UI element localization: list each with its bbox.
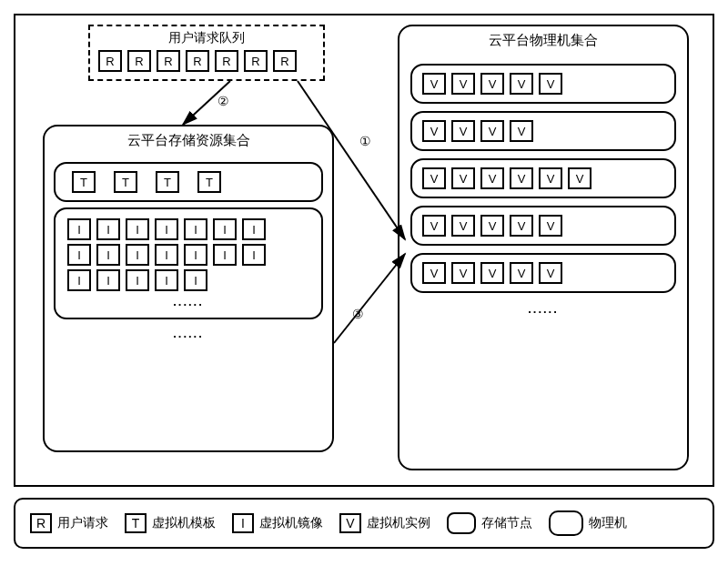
cell: I — [155, 269, 178, 291]
physical-rows: VVVVVVVVVVVVVVVVVVVVVVVVV — [399, 64, 687, 293]
cell: I — [184, 218, 207, 240]
cell: R — [98, 50, 122, 72]
cell: I — [67, 244, 91, 266]
cell: T — [197, 171, 221, 193]
svg-line-2 — [334, 254, 405, 343]
legend-physical-machine: 物理机 — [549, 510, 627, 536]
cell: I — [184, 244, 207, 266]
cell: V — [422, 73, 446, 95]
cell: I — [184, 269, 207, 291]
cell: I — [67, 218, 91, 240]
legend-storage-node-text: 存储节点 — [481, 515, 532, 531]
cell: I — [126, 269, 149, 291]
cell: V — [510, 262, 533, 284]
storage-panel-dots: ...... — [45, 325, 332, 342]
physical-panel-title: 云平台物理机集合 — [399, 26, 687, 56]
cell: T — [114, 171, 137, 193]
legend-physical-machine-text: 物理机 — [589, 515, 627, 531]
cell: I — [242, 218, 266, 240]
cell: I — [242, 244, 266, 266]
cell: I — [126, 244, 149, 266]
cell: V — [510, 120, 533, 142]
cell: V — [539, 215, 562, 237]
cell: I — [155, 218, 178, 240]
arrow-label-3: ③ — [352, 307, 364, 321]
cell: V — [480, 167, 504, 189]
storage-panel: 云平台存储资源集合 TTTT IIIIIIIIIIIIIIIIIII .....… — [43, 125, 334, 452]
physical-panel: 云平台物理机集合 VVVVVVVVVVVVVVVVVVVVVVVVV .....… — [398, 25, 689, 470]
templates-box: TTTT — [54, 162, 323, 202]
cell: V — [539, 73, 562, 95]
cell: V — [451, 73, 475, 95]
cell: R — [186, 50, 209, 72]
cell: R — [273, 50, 297, 72]
templates-row: TTTT — [63, 169, 314, 195]
legend-i: I 虚拟机镜像 — [232, 513, 323, 533]
legend-i-icon: I — [232, 513, 254, 533]
vm-row: VVVVV — [420, 71, 667, 96]
legend-r-icon: R — [30, 513, 52, 533]
vm-row: VVVV — [420, 118, 667, 144]
vm-row: VVVVV — [420, 260, 667, 286]
arrow-label-1: ① — [359, 134, 371, 148]
request-queue-title: 用户请求队列 — [96, 30, 318, 46]
cell: V — [422, 120, 446, 142]
legend-v: V 虚拟机实例 — [339, 513, 430, 533]
cell: V — [480, 215, 504, 237]
physical-machine-box: VVVVV — [410, 253, 676, 293]
legend-v-text: 虚拟机实例 — [367, 515, 430, 531]
legend-v-icon: V — [339, 513, 361, 533]
legend-t: T 虚拟机模板 — [125, 513, 216, 533]
cell: V — [510, 167, 533, 189]
cell: I — [96, 218, 120, 240]
cell: V — [568, 167, 592, 189]
images-row: IIIII — [65, 268, 312, 293]
cell: I — [96, 244, 120, 266]
legend-r: R 用户请求 — [30, 513, 108, 533]
cell: T — [156, 171, 179, 193]
cell: I — [96, 269, 120, 291]
cell: V — [539, 262, 562, 284]
diagram-canvas: 用户请求队列 RRRRRRR 云平台存储资源集合 TTTT IIIIIIIIII… — [14, 14, 714, 487]
legend-storage-node: 存储节点 — [447, 512, 532, 534]
physical-machine-box: VVVVV — [410, 206, 676, 246]
cell: R — [127, 50, 151, 72]
request-queue-box: 用户请求队列 RRRRRRR — [88, 25, 325, 81]
physical-panel-dots: ...... — [399, 300, 687, 318]
legend-r-text: 用户请求 — [57, 515, 108, 531]
cell: V — [480, 73, 504, 95]
legend-storage-node-icon — [447, 512, 476, 534]
cell: V — [480, 262, 504, 284]
cell: V — [510, 73, 533, 95]
cell: V — [451, 215, 475, 237]
cell: V — [451, 262, 475, 284]
vm-row: VVVVV — [420, 213, 667, 238]
cell: V — [422, 215, 446, 237]
physical-machine-box: VVVV — [410, 111, 676, 151]
cell: V — [451, 167, 475, 189]
storage-panel-title: 云平台存储资源集合 — [45, 126, 332, 157]
cell: T — [72, 171, 96, 193]
legend-physical-machine-icon — [549, 510, 583, 536]
legend-t-text: 虚拟机模板 — [152, 515, 216, 531]
cell: I — [67, 269, 91, 291]
physical-machine-box: VVVVVV — [410, 158, 676, 198]
cell: R — [244, 50, 268, 72]
cell: V — [480, 120, 504, 142]
legend-i-text: 虚拟机镜像 — [259, 515, 323, 531]
images-row: IIIIIII — [65, 217, 312, 242]
cell: I — [213, 218, 237, 240]
cell: I — [213, 244, 237, 266]
cell: I — [155, 244, 178, 266]
images-rows: IIIIIIIIIIIIIIIIIII — [65, 217, 312, 293]
cell: V — [422, 167, 446, 189]
cell: V — [422, 262, 446, 284]
cell: V — [451, 120, 475, 142]
vm-row: VVVVVV — [420, 166, 667, 191]
images-box: IIIIIIIIIIIIIIIIIII ...... — [54, 207, 323, 319]
legend: R 用户请求 T 虚拟机模板 I 虚拟机镜像 V 虚拟机实例 存储节点 物理机 — [14, 498, 714, 549]
cell: I — [126, 218, 149, 240]
cell: V — [539, 167, 562, 189]
cell: R — [157, 50, 180, 72]
legend-t-icon: T — [125, 513, 147, 533]
